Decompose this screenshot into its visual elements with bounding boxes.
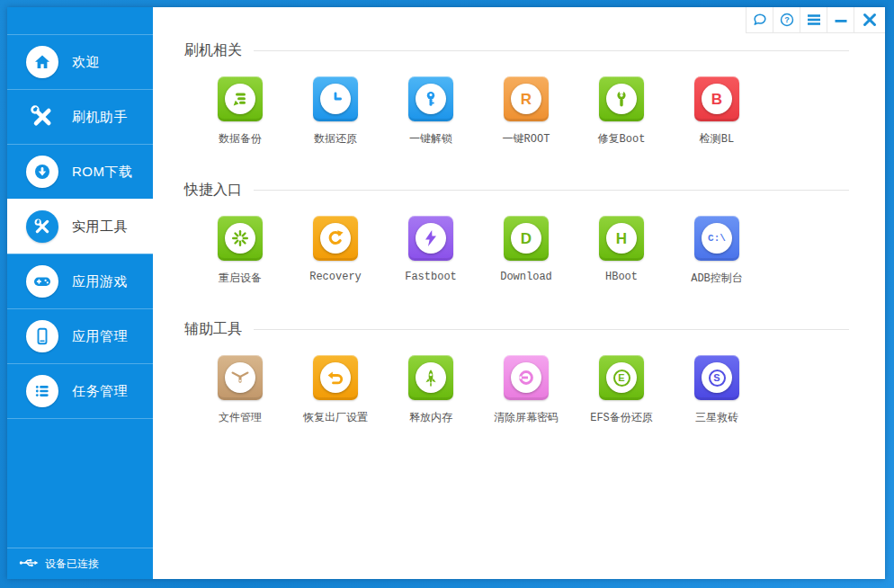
feedback-icon xyxy=(752,12,768,28)
feedback-button[interactable] xyxy=(746,7,773,32)
tool-label: 清除屏幕密码 xyxy=(494,410,559,425)
tool-tile-unlock[interactable]: 一键解锁 xyxy=(383,76,478,147)
zipper-file-icon xyxy=(225,362,255,393)
section-quick-entry: 快捷入口 xyxy=(184,181,885,286)
restart-burst-icon xyxy=(225,223,255,254)
section-title: 刷机相关 xyxy=(184,41,242,60)
svg-text:?: ? xyxy=(784,15,790,24)
tool-tile-samsung-unbrick[interactable]: S 三星救砖 xyxy=(669,355,764,425)
tool-label: 文件管理 xyxy=(219,410,262,425)
sidebar: 欢迎 刷机助手 xyxy=(7,7,153,579)
tool-label: 重启设备 xyxy=(219,271,262,286)
unlock-key-icon xyxy=(416,84,446,114)
flash-tools-icon xyxy=(26,101,58,133)
minimize-icon xyxy=(834,13,848,27)
tool-tile-one-key-root[interactable]: R 一键ROOT xyxy=(478,76,574,147)
sidebar-item-app-manage[interactable]: 应用管理 xyxy=(7,308,153,363)
sidebar-item-utilities[interactable]: 实用工具 xyxy=(7,199,153,254)
tool-label: ADB控制台 xyxy=(691,271,743,286)
tool-tile-reboot-device[interactable]: 重启设备 xyxy=(192,216,288,286)
minimize-button[interactable] xyxy=(827,7,854,32)
clock-restore-icon xyxy=(320,84,351,114)
adb-console-icon: C:\ xyxy=(702,223,732,254)
tool-label: 数据还原 xyxy=(314,131,357,147)
section-title: 辅助工具 xyxy=(184,320,242,339)
section-flash-related: 刷机相关 数据备份 xyxy=(184,41,885,147)
home-icon xyxy=(26,46,58,78)
titlebar-controls: ? xyxy=(746,7,885,33)
rocket-icon xyxy=(416,362,446,393)
tool-label: 数据备份 xyxy=(219,131,262,147)
efs-letter-icon: E xyxy=(606,362,637,393)
sidebar-item-rom-download[interactable]: ROM下载 xyxy=(7,144,153,199)
sidebar-item-welcome[interactable]: 欢迎 xyxy=(7,34,153,89)
tool-label: 恢复出厂设置 xyxy=(303,410,368,425)
root-letter-icon: R xyxy=(511,84,541,114)
sidebar-item-task-manage[interactable]: 任务管理 xyxy=(7,363,153,419)
tool-tile-factory-reset[interactable]: 恢复出厂设置 xyxy=(288,355,383,425)
wrench-icon xyxy=(606,84,637,114)
tool-tile-efs-backup[interactable]: E EFS备份还原 xyxy=(574,355,669,425)
tool-label: Fastboot xyxy=(405,271,457,283)
sidebar-item-label: ROM下载 xyxy=(72,164,133,181)
tool-tile-adb-console[interactable]: C:\ ADB控制台 xyxy=(669,216,764,286)
sidebar-item-label: 刷机助手 xyxy=(72,109,128,126)
tool-tile-fix-boot[interactable]: 修复Boot xyxy=(574,76,669,147)
tool-tile-recovery[interactable]: Recovery xyxy=(288,216,383,286)
sidebar-item-app-games[interactable]: 应用游戏 xyxy=(7,254,153,308)
section-aux-tools: 辅助工具 文件管理 xyxy=(184,320,885,425)
recovery-refresh-icon xyxy=(320,223,351,254)
section-divider xyxy=(254,50,849,51)
download-letter-icon: D xyxy=(511,223,541,254)
close-button[interactable] xyxy=(854,7,885,32)
sidebar-item-label: 欢迎 xyxy=(72,54,100,71)
help-button[interactable]: ? xyxy=(773,7,800,32)
sidebar-top-spacer xyxy=(7,7,153,34)
sidebar-item-label: 应用游戏 xyxy=(72,273,128,290)
menu-button[interactable] xyxy=(800,7,827,32)
sidebar-spacer xyxy=(7,419,153,548)
section-title: 快捷入口 xyxy=(184,181,242,200)
device-status-label: 设备已连接 xyxy=(45,557,99,572)
task-list-icon xyxy=(26,375,58,407)
tool-tile-free-memory[interactable]: 释放内存 xyxy=(383,355,478,425)
tool-tile-data-backup[interactable]: 数据备份 xyxy=(192,76,288,147)
usb-icon xyxy=(19,557,39,571)
tool-label: 释放内存 xyxy=(409,410,452,425)
section-divider xyxy=(254,190,849,191)
tool-tile-download-mode[interactable]: D Download xyxy=(478,216,574,286)
tool-label: HBoot xyxy=(605,271,638,283)
tool-tile-data-restore[interactable]: 数据还原 xyxy=(288,76,383,147)
utilities-icon xyxy=(26,210,58,243)
app-window: 欢迎 刷机助手 xyxy=(7,7,885,579)
lightning-icon xyxy=(416,223,446,254)
sidebar-item-label: 实用工具 xyxy=(72,218,128,236)
rom-download-icon xyxy=(26,156,58,188)
undo-arrow-icon xyxy=(320,362,351,393)
sidebar-item-flash-assistant[interactable]: 刷机助手 xyxy=(7,89,153,144)
tool-tile-clear-password[interactable]: 清除屏幕密码 xyxy=(478,355,574,425)
tool-tile-file-manage[interactable]: 文件管理 xyxy=(192,355,288,425)
tool-label: Download xyxy=(500,271,552,283)
help-icon: ? xyxy=(779,12,795,28)
close-icon xyxy=(863,13,877,27)
tool-label: 一键ROOT xyxy=(503,131,550,147)
tool-tile-hboot[interactable]: H HBoot xyxy=(574,216,669,286)
gamepad-icon xyxy=(26,265,58,298)
tool-label: 一键解锁 xyxy=(409,131,452,147)
phone-icon xyxy=(26,320,58,352)
tool-label: 修复Boot xyxy=(598,131,646,147)
tool-label: 三星救砖 xyxy=(695,410,738,425)
tool-tile-fastboot[interactable]: Fastboot xyxy=(383,216,478,286)
data-backup-icon xyxy=(225,84,255,114)
sidebar-item-label: 任务管理 xyxy=(72,383,128,400)
device-status: 设备已连接 xyxy=(7,548,153,579)
main-content: ? 刷机相关 xyxy=(153,7,885,579)
bl-letter-icon: B xyxy=(702,84,732,114)
menu-icon xyxy=(807,13,821,27)
tool-label: 检测BL xyxy=(700,131,734,147)
tool-tile-detect-bl[interactable]: B 检测BL xyxy=(669,76,764,147)
tool-label: Recovery xyxy=(309,271,362,283)
section-divider xyxy=(254,329,849,330)
tool-label: EFS备份还原 xyxy=(590,410,653,425)
